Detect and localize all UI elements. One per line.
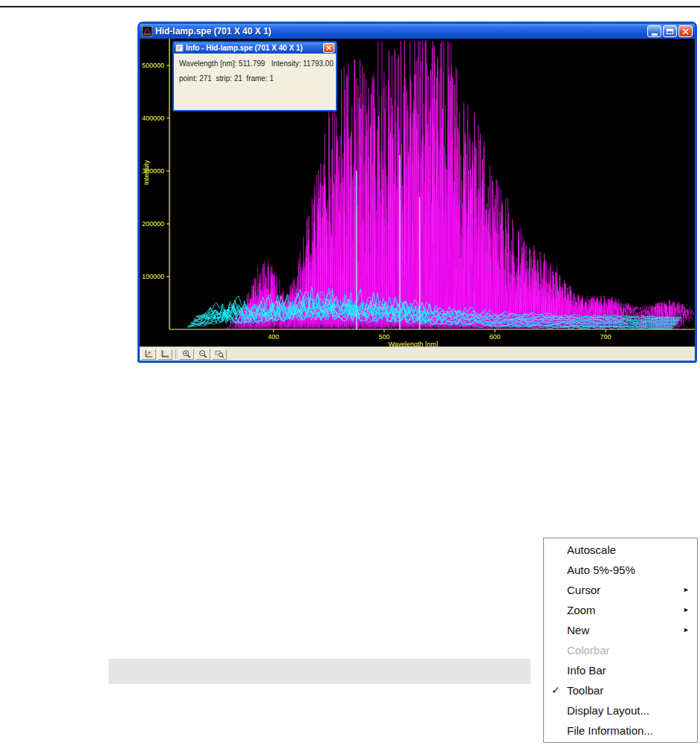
submenu-arrow-icon: ► [683, 620, 690, 640]
autoscale-icon [144, 349, 153, 358]
info-window-body: Wavelength [nm]: 511.799 Intensity: 1179… [174, 54, 336, 110]
svg-text:400000: 400000 [142, 115, 164, 122]
menu-item-label: Colorbar [567, 644, 610, 657]
restore-icon [667, 29, 673, 34]
svg-text:200000: 200000 [142, 220, 164, 228]
zoom-in-button[interactable] [179, 349, 194, 360]
svg-text:500000: 500000 [142, 62, 164, 69]
zoom-box-icon [215, 349, 224, 358]
svg-text:700: 700 [600, 333, 612, 341]
page: Hid-lamp.spe (701 X 40 X 1) 100000200000… [0, 0, 700, 745]
window-controls [647, 25, 693, 37]
menu-item-file-information[interactable]: File Information... [544, 720, 697, 741]
menu-item-new[interactable]: New► [544, 620, 697, 640]
menu-item-toolbar[interactable]: ✓Toolbar [544, 680, 697, 700]
submenu-arrow-icon: ► [683, 580, 690, 600]
info-readout-wavelength-intensity: Wavelength [nm]: 511.799 Intensity: 1179… [179, 59, 331, 68]
close-icon [682, 28, 689, 35]
svg-text:500: 500 [379, 333, 390, 341]
svg-text:600: 600 [490, 333, 501, 341]
menu-item-autoscale[interactable]: Autoscale [544, 540, 697, 560]
menu-item-label: File Information... [567, 724, 653, 737]
context-menu: AutoscaleAuto 5%-95%Cursor►Zoom►New►Colo… [543, 538, 698, 743]
menu-item-display-layout[interactable]: Display Layout... [544, 700, 697, 720]
scale-axes-icon [161, 349, 169, 358]
plot-toolbar [140, 346, 695, 361]
window-titlebar[interactable]: Hid-lamp.spe (701 X 40 X 1) [140, 24, 695, 39]
autoscale-button[interactable] [141, 349, 156, 360]
submenu-arrow-icon: ► [683, 600, 690, 620]
toolbar-separator [175, 349, 176, 359]
svg-text:100000: 100000 [142, 273, 164, 280]
menu-item-label: Auto 5%-95% [567, 564, 635, 576]
svg-text:Intensity: Intensity [143, 160, 150, 185]
menu-item-label: Zoom [567, 604, 595, 616]
highlight-bar [108, 659, 531, 684]
menu-item-label: Toolbar [567, 684, 603, 697]
zoom-out-icon [198, 349, 207, 358]
info-window: Info - Hid-lamp.spe (701 X 40 X 1) Wavel… [172, 41, 337, 112]
menu-item-zoom[interactable]: Zoom► [544, 600, 697, 620]
menu-item-info-bar[interactable]: Info Bar [544, 660, 697, 680]
menu-item-label: New [567, 624, 589, 636]
minimize-button[interactable] [647, 25, 661, 37]
restore-button[interactable] [663, 25, 677, 37]
menu-item-auto-5-95[interactable]: Auto 5%-95% [544, 560, 697, 580]
menu-item-label: Cursor [567, 584, 600, 596]
menu-item-colorbar: Colorbar [544, 640, 697, 660]
window-icon [142, 26, 152, 36]
menu-item-cursor[interactable]: Cursor► [544, 580, 697, 600]
check-icon: ✓ [551, 680, 560, 700]
info-readout-point-strip-frame: point: 271 strip: 21 frame: 1 [179, 74, 331, 83]
minimize-icon [652, 33, 658, 36]
scale-axes-button[interactable] [158, 349, 172, 360]
page-top-rule [0, 6, 700, 7]
info-window-titlebar[interactable]: Info - Hid-lamp.spe (701 X 40 X 1) [174, 42, 336, 54]
plot-area[interactable]: 1000002000003000004000005000004005006007… [140, 39, 695, 347]
window-title: Hid-lamp.spe (701 X 40 X 1) [155, 26, 644, 36]
menu-item-label: Display Layout... [567, 704, 649, 717]
info-close-icon [326, 45, 331, 51]
info-window-icon [175, 44, 184, 52]
zoom-out-button[interactable] [195, 349, 210, 360]
app-window: Hid-lamp.spe (701 X 40 X 1) 100000200000… [137, 22, 697, 363]
zoom-box-button[interactable] [212, 349, 227, 360]
zoom-in-icon [182, 349, 191, 358]
close-button[interactable] [678, 25, 693, 37]
info-close-button[interactable] [323, 43, 334, 53]
info-window-title: Info - Hid-lamp.spe (701 X 40 X 1) [186, 44, 321, 52]
menu-item-label: Autoscale [567, 544, 616, 556]
svg-text:400: 400 [268, 333, 279, 341]
menu-item-label: Info Bar [567, 664, 606, 677]
